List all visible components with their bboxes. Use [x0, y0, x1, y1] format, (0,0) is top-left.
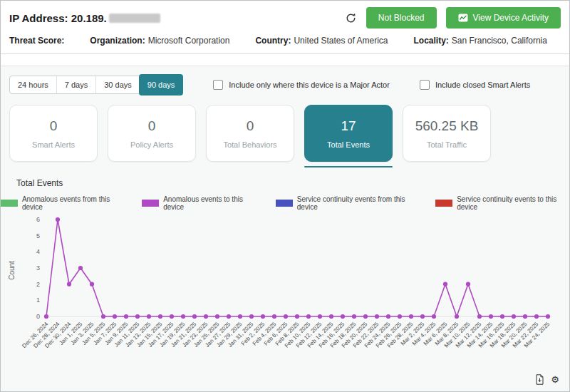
y-axis-label: Count — [8, 261, 16, 280]
closed-alerts-checkbox[interactable] — [420, 80, 430, 90]
svg-text:2: 2 — [36, 281, 40, 288]
ip-address-text: IP Address: 20.189. — [9, 12, 107, 24]
closed-alerts-label: Include closed Smart Alerts — [435, 81, 530, 89]
stat-card-wrap-total-behaviors: 0 Total Behaviors — [206, 105, 294, 167]
country-label: Country: — [255, 36, 291, 46]
threat-score-label: Threat Score: — [9, 36, 64, 46]
legend-label: Service continuity events from this devi… — [297, 195, 418, 211]
major-actor-checkbox[interactable] — [213, 80, 223, 90]
legend-swatch-red — [435, 200, 452, 207]
country-value: United States of America — [294, 36, 388, 46]
view-device-activity-label: View Device Activity — [473, 13, 549, 23]
legend-swatch-blue — [276, 200, 293, 207]
settings-gear-icon[interactable]: ⚙ — [551, 375, 559, 384]
refresh-icon[interactable] — [345, 12, 357, 24]
organization-field: Organization:Microsoft Corporation — [90, 36, 229, 46]
activity-chart-icon — [458, 14, 468, 22]
stat-value: 17 — [341, 118, 356, 134]
legend-label: Service continuity events to this device — [457, 195, 569, 211]
svg-text:4: 4 — [36, 248, 40, 255]
stat-card-total-events[interactable]: 17 Total Events — [304, 105, 393, 162]
export-icon[interactable] — [535, 374, 544, 385]
filter-bar: 24 hours 7 days 30 days 90 days Include … — [1, 66, 569, 94]
major-actor-label: Include only where this device is a Majo… — [229, 81, 390, 89]
svg-text:0: 0 — [36, 313, 40, 320]
chart-tools: ⚙ — [535, 374, 559, 385]
legend-swatch-green — [1, 200, 18, 207]
card-underline — [9, 166, 98, 167]
legend-item-service-from: Service continuity events from this devi… — [276, 195, 417, 211]
legend-swatch-purple — [142, 200, 159, 207]
stat-card-total-traffic[interactable]: 560.25 KB Total Traffic — [403, 105, 491, 162]
activity-section: 24 hours 7 days 30 days 90 days Include … — [1, 66, 569, 391]
header-actions: Not Blocked View Device Activity — [345, 7, 561, 29]
device-summary-page: IP Address: 20.189. Not Blocked View Dev… — [0, 0, 570, 392]
stat-label: Smart Alerts — [32, 140, 75, 149]
stat-card-policy-alerts[interactable]: 0 Policy Alerts — [108, 105, 196, 162]
chart-title: Total Events — [16, 178, 569, 188]
stat-card-smart-alerts[interactable]: 0 Smart Alerts — [9, 105, 98, 162]
info-bar: Threat Score: Organization:Microsoft Cor… — [1, 34, 569, 54]
card-underline — [403, 166, 491, 167]
stat-label: Total Events — [327, 140, 370, 149]
legend-item-anomalous-to: Anomalous events to this device — [142, 195, 257, 211]
view-device-activity-button[interactable]: View Device Activity — [446, 7, 561, 29]
chart-area: Count 0123456Dec 26, 2024Dec 28, 2024Dec… — [5, 212, 569, 365]
header: IP Address: 20.189. Not Blocked View Dev… — [1, 1, 569, 34]
locality-label: Locality: — [414, 36, 449, 46]
chart-legend: Anomalous events from this device Anomal… — [1, 195, 569, 211]
card-underline — [108, 166, 196, 167]
stat-value: 560.25 KB — [415, 118, 479, 134]
legend-label: Anomalous events from this device — [22, 195, 123, 211]
stat-card-wrap-policy-alerts: 0 Policy Alerts — [108, 105, 196, 167]
organization-value: Microsoft Corporation — [148, 36, 230, 46]
stat-label: Total Traffic — [427, 140, 467, 149]
locality-field: Locality:San Francisco, California — [414, 36, 547, 46]
ip-address: IP Address: 20.189. — [9, 12, 160, 24]
closed-alerts-filter: Include closed Smart Alerts — [420, 80, 530, 90]
svg-text:6: 6 — [36, 216, 40, 223]
stat-label: Policy Alerts — [130, 140, 173, 149]
legend-item-service-to: Service continuity events to this device — [435, 195, 569, 211]
organization-label: Organization: — [90, 36, 145, 46]
svg-text:5: 5 — [36, 232, 40, 239]
card-underline-selected — [304, 166, 393, 167]
total-events-chart: Total Events Anomalous events from this … — [1, 178, 569, 365]
stat-card-total-behaviors[interactable]: 0 Total Behaviors — [206, 105, 294, 162]
svg-text:3: 3 — [36, 264, 40, 272]
range-90-days-button[interactable]: 90 days — [139, 74, 184, 96]
card-underline — [206, 166, 294, 167]
major-actor-filter: Include only where this device is a Majo… — [213, 80, 390, 90]
svg-text:1: 1 — [36, 296, 40, 304]
country-field: Country:United States of America — [255, 36, 388, 46]
range-24-hours-button[interactable]: 24 hours — [10, 76, 56, 93]
redacted-ip-segment — [109, 14, 160, 23]
not-blocked-button[interactable]: Not Blocked — [366, 7, 437, 29]
locality-value: San Francisco, California — [452, 36, 547, 46]
stat-cards: 0 Smart Alerts 0 Policy Alerts 0 Total B… — [9, 105, 561, 167]
stat-label: Total Behaviors — [223, 140, 276, 149]
stat-value: 0 — [247, 118, 254, 134]
legend-item-anomalous-from: Anomalous events from this device — [1, 195, 123, 211]
stat-value: 0 — [148, 118, 156, 134]
stat-card-wrap-total-traffic: 560.25 KB Total Traffic — [403, 105, 491, 167]
stat-value: 0 — [50, 118, 58, 134]
range-30-days-button[interactable]: 30 days — [95, 76, 140, 93]
time-range-group: 24 hours 7 days 30 days 90 days — [9, 76, 183, 94]
events-line-chart-canvas: 0123456Dec 26, 2024Dec 28, 2024Dec 30, 2… — [5, 212, 564, 362]
range-7-days-button[interactable]: 7 days — [56, 76, 95, 93]
stat-card-wrap-total-events: 17 Total Events — [304, 105, 393, 167]
legend-label: Anomalous events to this device — [163, 195, 257, 211]
stat-card-wrap-smart-alerts: 0 Smart Alerts — [9, 105, 98, 167]
